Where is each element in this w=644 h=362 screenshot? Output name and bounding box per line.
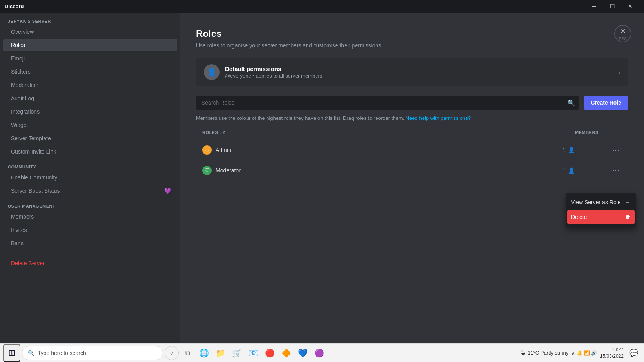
role-icon-moderator: 🛡 [202, 166, 212, 175]
close-icon: ✕ [620, 27, 626, 35]
taskbar-time: 13:27 [600, 346, 624, 353]
role-row-moderator[interactable]: 🛡 Moderator 1 👤 ⋯ [196, 160, 628, 181]
mail-icon: 📧 [249, 348, 258, 358]
sidebar-item-integrations-label: Integrations [11, 109, 40, 115]
sidebar-item-bans[interactable]: Bans [3, 237, 177, 250]
taskbar-search-icon: 🔍 [28, 350, 34, 356]
taskbar-app-mail[interactable]: 📧 [245, 345, 261, 361]
cortana-button[interactable]: ○ [165, 346, 179, 360]
default-perms-title: Default permissions [225, 65, 322, 72]
search-create-row: 🔍 Create Role [196, 96, 628, 110]
systray-icons: 🔔 📶 🔊 [577, 350, 597, 356]
sidebar-item-stickers-label: Stickers [11, 69, 31, 75]
sidebar-divider [8, 253, 172, 253]
notification-icon: 💬 [629, 349, 638, 357]
close-settings-button[interactable]: ✕ ESC [614, 25, 631, 42]
app3-icon: 💙 [298, 348, 308, 358]
sidebar-item-members-label: Members [11, 214, 34, 220]
default-perms-left: 👤 Default permissions @everyone • applie… [204, 64, 322, 80]
search-roles-input[interactable] [196, 96, 579, 110]
sidebar-item-roles[interactable]: Roles [3, 39, 177, 51]
arrow-right-icon: → [625, 199, 631, 205]
taskbar-app-explorer[interactable]: 📁 [212, 345, 228, 361]
sidebar-item-custom-invite-link-label: Custom Invite Link [11, 148, 56, 155]
create-role-button[interactable]: Create Role [584, 96, 628, 110]
taskbar-app-discord[interactable]: 🟣 [311, 345, 327, 361]
delete-server-label: Delete Server [11, 260, 45, 266]
help-text-static: Members use the colour of the highest ro… [196, 115, 404, 121]
weather-icon: 🌤 [520, 350, 525, 356]
sidebar-item-overview[interactable]: Overview [3, 25, 177, 38]
search-icon-button[interactable]: 🔍 [567, 99, 575, 107]
taskbar-right: 🌤 11°C Partly sunny ∧ 🔔 📶 🔊 13:27 15/03/… [520, 346, 641, 360]
default-perms-icon: 👤 [204, 64, 220, 80]
main-panel: ✕ ESC Roles Use roles to organise your s… [180, 13, 644, 343]
sidebar-item-delete-server[interactable]: Delete Server [3, 257, 177, 270]
close-button[interactable]: ✕ [621, 0, 639, 13]
sidebar-item-custom-invite-link[interactable]: Custom Invite Link [3, 145, 177, 158]
context-menu-delete[interactable]: Delete 🗑 [567, 210, 635, 224]
user-mgmt-section-label: USER MANAGEMENT [0, 197, 180, 210]
server-name-label: JERYKK'S SERVER [0, 13, 180, 25]
sidebar-item-integrations[interactable]: Integrations [3, 105, 177, 118]
role-name-admin: Admin [216, 147, 562, 153]
member-icon-moderator: 👤 [568, 167, 575, 174]
role-row-admin[interactable]: 🛡 Admin 1 👤 ⋯ [196, 140, 628, 160]
taskbar-app-1[interactable]: 🔴 [262, 345, 278, 361]
delete-label: Delete [571, 214, 587, 220]
sidebar-item-server-template[interactable]: Server Template [3, 132, 177, 145]
sidebar-item-emoji-label: Emoji [11, 55, 25, 62]
sidebar-item-widget[interactable]: Widget [3, 119, 177, 131]
taskbar-search-box[interactable]: 🔍 Type here to search [22, 346, 163, 360]
sidebar-item-invites[interactable]: Invites [3, 224, 177, 236]
taskbar-app-store[interactable]: 🛒 [229, 345, 245, 361]
discord-icon: 🟣 [314, 348, 324, 358]
context-menu-view-server-as-role[interactable]: View Server as Role → [566, 195, 636, 209]
explorer-icon: 📁 [216, 348, 225, 358]
help-link[interactable]: Need help with permissions? [406, 115, 471, 121]
esc-label: ESC [619, 37, 627, 41]
default-perms-text: Default permissions @everyone • applies … [225, 65, 322, 79]
role-member-count-moderator: 1 [562, 167, 566, 174]
app-body: JERYKK'S SERVER Overview Roles Emoji Sti… [0, 13, 644, 343]
role-name-moderator: Moderator [216, 167, 562, 174]
taskbar-clock: 13:27 15/03/2022 [600, 346, 624, 360]
boost-icon: 💜 [164, 188, 171, 194]
title-bar-controls: ─ ☐ ✕ [585, 0, 639, 13]
maximize-button[interactable]: ☐ [603, 0, 621, 13]
taskbar-weather[interactable]: 🌤 11°C Partly sunny [520, 350, 568, 356]
minimize-button[interactable]: ─ [585, 0, 603, 13]
start-button[interactable]: ⊞ [3, 344, 20, 362]
role-more-admin-button[interactable]: ⋯ [610, 144, 622, 156]
systray-up-arrow[interactable]: ∧ [571, 350, 575, 356]
start-icon: ⊞ [8, 348, 15, 358]
taskbar-app-2[interactable]: 🔶 [278, 345, 294, 361]
weather-text: 11°C Partly sunny [528, 350, 568, 356]
role-more-moderator-button[interactable]: ⋯ [610, 164, 622, 177]
role-members-moderator: 1 👤 [562, 167, 610, 174]
sidebar-item-server-boost-status[interactable]: Server Boost Status 💜 [3, 185, 177, 197]
sidebar-item-server-template-label: Server Template [11, 135, 51, 141]
sidebar-item-emoji[interactable]: Emoji [3, 52, 177, 65]
taskbar-apps: 🌐 📁 🛒 📧 🔴 🔶 💙 🟣 [196, 345, 327, 361]
sidebar-item-boost-label: Server Boost Status [11, 188, 60, 194]
sidebar-item-moderation[interactable]: Moderation [3, 79, 177, 91]
sidebar-item-members[interactable]: Members [3, 210, 177, 223]
default-perms-subtitle: @everyone • applies to all server member… [225, 73, 322, 79]
sidebar-item-enable-community[interactable]: Enable Community [3, 171, 177, 184]
task-view-button[interactable]: ⧉ [180, 346, 194, 360]
app2-icon: 🔶 [281, 348, 291, 358]
edge-icon: 🌐 [199, 348, 209, 358]
view-server-as-role-label: View Server as Role [571, 199, 621, 205]
taskbar-app-edge[interactable]: 🌐 [196, 345, 212, 361]
sidebar-item-audit-log[interactable]: Audit Log [3, 92, 177, 105]
taskbar-notification-button[interactable]: 💬 [627, 346, 641, 360]
taskbar-app-3[interactable]: 💙 [295, 345, 310, 361]
default-permissions-card[interactable]: 👤 Default permissions @everyone • applie… [196, 58, 628, 86]
title-bar: Discord ─ ☐ ✕ [0, 0, 644, 13]
store-icon: 🛒 [232, 348, 242, 358]
sidebar-item-stickers[interactable]: Stickers [3, 65, 177, 78]
roles-table-header: ROLES - 2 MEMBERS [196, 130, 628, 138]
search-wrapper: 🔍 [196, 96, 579, 110]
sidebar-item-invites-label: Invites [11, 227, 27, 233]
